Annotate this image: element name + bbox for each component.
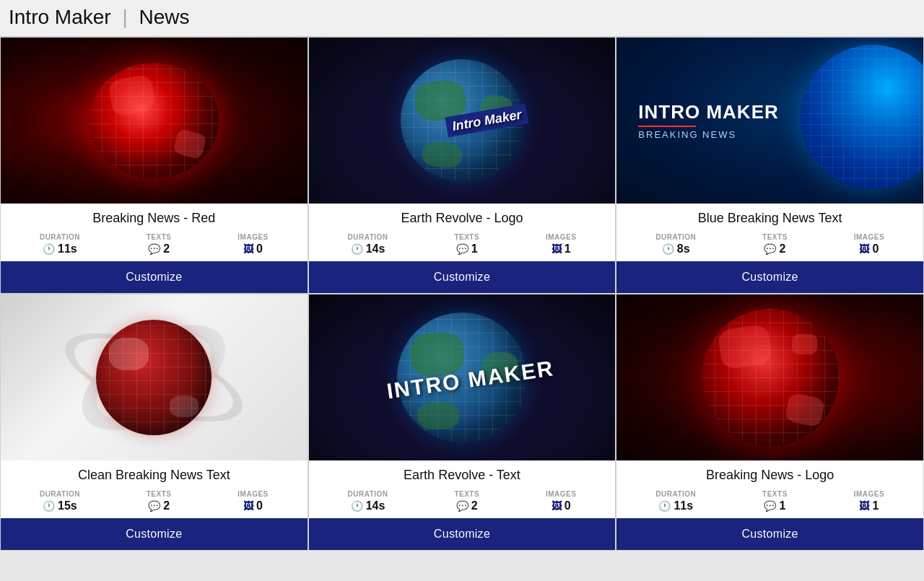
image-icon-3: 🖼: [859, 243, 869, 255]
text-icon-4: 💬: [148, 500, 160, 512]
card-earth-revolve-text: INTRO MAKER Earth Revolve - Text DURATIO…: [308, 294, 616, 551]
card-meta-3: DURATION 🕐 8s TEXTS 💬 2 IMAGES 🖼 0: [616, 230, 923, 261]
card-meta-5: DURATION 🕐 14s TEXTS 💬 2 IMAGES 🖼 0: [309, 487, 616, 518]
image-icon-2: 🖼: [552, 243, 562, 255]
thumbnail-breaking-news-red[interactable]: [1, 38, 308, 204]
images-value-2: 1: [565, 243, 571, 255]
text-icon-6: 💬: [764, 500, 776, 512]
card-blue-breaking-news: INTRO MAKER BREAKING NEWS Blue Breaking …: [616, 37, 924, 294]
duration-label-3: DURATION: [655, 233, 696, 241]
customize-button-1[interactable]: Customize: [1, 261, 308, 293]
clock-icon-6: 🕐: [658, 500, 671, 512]
duration-label-5: DURATION: [348, 490, 388, 498]
duration-value-6: 11s: [674, 499, 693, 512]
image-icon-6: 🖼: [859, 500, 869, 512]
image-icon-4: 🖼: [243, 500, 253, 512]
images-value-4: 0: [256, 499, 263, 512]
texts-value-5: 2: [471, 499, 478, 512]
card-title-3: Blue Breaking News Text: [616, 204, 923, 230]
text-icon-2: 💬: [456, 243, 468, 255]
thumbnail-earth-revolve-text[interactable]: INTRO MAKER: [309, 294, 616, 460]
texts-label-4: TEXTS: [147, 490, 172, 498]
duration-value-1: 11s: [58, 243, 77, 255]
duration-value-2: 14s: [366, 243, 385, 255]
card-meta-4: DURATION 🕐 15s TEXTS 💬 2 IMAGES 🖼 0: [1, 487, 308, 518]
card-clean-breaking-news: Clean Breaking News Text DURATION 🕐 15s …: [0, 294, 308, 551]
customize-button-4[interactable]: Customize: [1, 518, 308, 550]
card-meta-1: DURATION 🕐 11s TEXTS 💬 2 IMAGES 🖼 0: [1, 230, 308, 261]
text-icon-5: 💬: [456, 500, 468, 512]
image-icon-1: 🖼: [243, 243, 253, 255]
duration-label-4: DURATION: [40, 490, 80, 498]
image-icon-5: 🖼: [552, 500, 562, 512]
card-title-6: Breaking News - Logo: [616, 460, 923, 487]
images-label-3: IMAGES: [854, 233, 884, 241]
images-label-4: IMAGES: [237, 490, 268, 498]
clock-icon-3: 🕐: [662, 243, 674, 255]
duration-label-1: DURATION: [40, 233, 80, 241]
text-icon-3: 💬: [764, 243, 776, 255]
images-value-6: 1: [872, 499, 879, 512]
card-title-2: Earth Revolve - Logo: [309, 204, 616, 230]
images-value-3: 0: [872, 243, 879, 255]
card-meta-2: DURATION 🕐 14s TEXTS 💬 1 IMAGES 🖼 1: [309, 230, 616, 261]
thumbnail-earth-revolve-logo[interactable]: Intro Maker: [309, 38, 616, 204]
texts-label-1: TEXTS: [147, 233, 172, 241]
images-label-2: IMAGES: [546, 233, 576, 241]
clock-icon-5: 🕐: [351, 500, 363, 512]
images-value-1: 0: [256, 243, 263, 255]
images-label-1: IMAGES: [237, 233, 268, 241]
blue-news-title-overlay: INTRO MAKER: [638, 101, 778, 123]
customize-button-3[interactable]: Customize: [616, 261, 923, 293]
duration-label-2: DURATION: [348, 233, 388, 241]
page-title: Intro Maker | News: [0, 0, 924, 37]
text-icon-1: 💬: [148, 243, 160, 255]
duration-value-5: 14s: [366, 499, 385, 512]
texts-value-3: 2: [779, 243, 785, 255]
customize-button-2[interactable]: Customize: [309, 261, 616, 293]
duration-value-3: 8s: [677, 243, 690, 255]
category-label: News: [139, 6, 189, 28]
texts-value-6: 1: [779, 499, 785, 512]
thumbnail-clean-breaking-news[interactable]: [1, 294, 308, 460]
texts-value-2: 1: [471, 243, 478, 255]
card-title-1: Breaking News - Red: [1, 204, 308, 230]
card-earth-revolve-logo: Intro Maker Earth Revolve - Logo DURATIO…: [308, 37, 616, 294]
texts-label-5: TEXTS: [454, 490, 479, 498]
texts-label-2: TEXTS: [454, 233, 479, 241]
clock-icon-2: 🕐: [351, 243, 363, 255]
customize-button-6[interactable]: Customize: [616, 518, 923, 550]
app-name-label: Intro Maker: [9, 6, 111, 28]
duration-value-4: 15s: [58, 499, 77, 512]
duration-label-6: DURATION: [655, 490, 696, 498]
card-breaking-news-red: Breaking News - Red DURATION 🕐 11s TEXTS…: [0, 37, 308, 294]
thumbnail-breaking-news-logo[interactable]: [616, 294, 923, 460]
texts-label-6: TEXTS: [762, 490, 788, 498]
blue-news-subtitle-overlay: BREAKING NEWS: [638, 129, 778, 140]
card-title-4: Clean Breaking News Text: [1, 460, 308, 487]
texts-value-1: 2: [163, 243, 170, 255]
texts-value-4: 2: [163, 499, 170, 512]
card-meta-6: DURATION 🕐 11s TEXTS 💬 1 IMAGES 🖼 1: [616, 487, 923, 518]
clock-icon-4: 🕐: [43, 500, 55, 512]
images-value-5: 0: [565, 499, 571, 512]
template-grid: Breaking News - Red DURATION 🕐 11s TEXTS…: [0, 37, 924, 551]
images-label-6: IMAGES: [854, 490, 884, 498]
clock-icon-1: 🕐: [43, 243, 55, 255]
images-label-5: IMAGES: [546, 490, 576, 498]
card-breaking-news-logo: Breaking News - Logo DURATION 🕐 11s TEXT…: [616, 294, 924, 551]
customize-button-5[interactable]: Customize: [309, 518, 616, 550]
card-title-5: Earth Revolve - Text: [309, 460, 616, 487]
thumbnail-blue-breaking-news[interactable]: INTRO MAKER BREAKING NEWS: [616, 38, 923, 204]
texts-label-3: TEXTS: [762, 233, 788, 241]
